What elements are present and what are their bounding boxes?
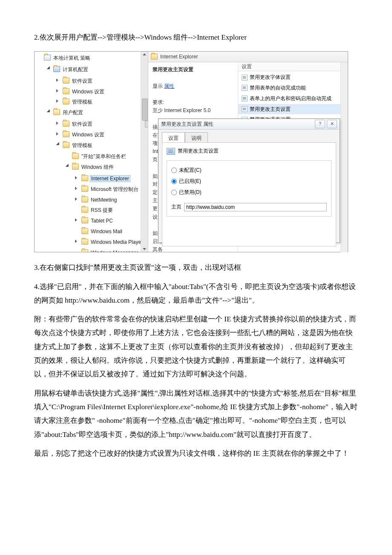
list-item[interactable]: 表单上的用户名和密码启用自动完成 (238, 93, 348, 104)
folder-icon (81, 249, 88, 252)
step-3-text: 3.在右侧窗口找到"禁用更改主页设置"这一项，双击，出现对话框 (34, 261, 358, 275)
tree-item[interactable]: Windows Mail (75, 226, 148, 237)
expand-icon[interactable] (56, 78, 58, 82)
computer-icon (53, 66, 60, 72)
user-icon (53, 109, 60, 115)
folder-icon (72, 164, 79, 170)
gpedit-screenshot: 本地计算机 策略 计算机配置 软件设置 Windows 设置 管理模板 用户配置… (34, 51, 348, 252)
expand-icon[interactable] (75, 218, 77, 222)
step-2-text: 2.依次展开用户配置-->管理模块-->Windows 组件-->Interne… (34, 31, 358, 44)
setting-icon (167, 148, 175, 155)
scroll-up-icon[interactable] (143, 53, 146, 55)
fix-text: 用鼠标右键单击该快捷方式,选择"属性",弹出属性对话框,选择其中的"快捷方式"标… (34, 387, 358, 442)
tree-item[interactable]: 软件设置 (56, 75, 148, 86)
folder-icon (81, 186, 88, 192)
tree-computer-config[interactable]: 计算机配置 软件设置 Windows 设置 管理模板 (46, 64, 148, 107)
properties-link[interactable]: 属性 (164, 83, 174, 89)
expand-icon[interactable] (47, 66, 52, 71)
tree-item[interactable]: Windows Media Player (75, 237, 148, 247)
help-button[interactable]: ? (315, 120, 325, 128)
tab-settings[interactable]: 设置 (162, 132, 185, 142)
right-header: Internet Explorer (148, 52, 348, 62)
folder-icon (63, 131, 69, 137)
folder-icon (151, 54, 158, 60)
tree-item[interactable]: Tablet PC (75, 215, 148, 226)
policy-title: 禁用更改主页设置 (153, 66, 233, 74)
tree-item[interactable]: Windows Messenger (75, 247, 148, 252)
dialog-tabs: 设置 说明 (159, 130, 340, 142)
tab-explain[interactable]: 说明 (185, 132, 208, 142)
appendix-text: 附：有些带广告的软件常常会在你的快速启动栏里创建一个 IE 快捷方式替换掉你以前… (34, 312, 358, 381)
column-header[interactable]: 设置 (238, 62, 348, 71)
folder-icon (81, 228, 88, 234)
list-item-homepage[interactable]: 禁用更改主页设置 (238, 104, 348, 115)
folder-icon (81, 197, 88, 202)
tree-root[interactable]: 本地计算机 策略 计算机配置 软件设置 Windows 设置 管理模板 用户配置… (37, 52, 148, 252)
setting-icon (242, 75, 248, 81)
tree-item[interactable]: Microsoft 管理控制台 (75, 184, 148, 194)
expand-icon[interactable] (56, 132, 58, 136)
folder-icon (63, 88, 69, 94)
expand-icon[interactable] (56, 99, 58, 103)
scroll-down-icon[interactable] (143, 248, 146, 250)
homepage-label: 主页 (171, 202, 182, 212)
expand-icon[interactable] (66, 164, 70, 168)
tree-windows-components[interactable]: Windows 组件 Internet Explorer Microsoft 管… (65, 162, 148, 252)
expand-icon[interactable] (56, 121, 58, 125)
homepage-input[interactable] (184, 203, 327, 211)
setting-icon (242, 106, 248, 112)
folder-icon (81, 175, 88, 181)
splitter-grip[interactable] (145, 121, 148, 127)
radio-disabled[interactable]: 已禁用(D) (171, 188, 327, 197)
dialog-title: 禁用更改主页设置 属性 (161, 119, 213, 129)
radio-enabled[interactable]: 已启用(E) (171, 176, 327, 186)
setting-icon (242, 95, 248, 101)
folder-icon (72, 153, 79, 159)
expand-icon[interactable] (75, 240, 77, 243)
tree-item[interactable]: RSS 提要 (75, 205, 148, 215)
state-fieldset: 未配置(C) 已启用(E) 已禁用(D) 主页 (167, 160, 331, 217)
expand-icon[interactable] (75, 176, 77, 179)
expand-icon[interactable] (75, 187, 77, 190)
policy-icon (44, 55, 51, 61)
radio-not-configured[interactable]: 未配置(C) (171, 165, 327, 175)
folder-icon (63, 98, 69, 104)
dialog-heading: 禁用更改主页设置 (178, 146, 219, 156)
tree-item[interactable]: Windows 设置 (56, 86, 148, 97)
expand-icon[interactable] (56, 142, 61, 147)
folder-icon (63, 121, 69, 127)
tree-item[interactable]: 管理模板 (56, 96, 148, 107)
tree-item[interactable]: "开始"菜单和任务栏 (65, 151, 148, 162)
tree-scrollbar[interactable] (141, 52, 148, 252)
tree-internet-explorer[interactable]: Internet Explorer (75, 173, 148, 184)
list-item[interactable]: 禁用表单的自动完成功能 (238, 83, 348, 93)
expand-icon[interactable] (75, 197, 77, 201)
folder-icon (81, 207, 88, 213)
folder-icon (63, 142, 69, 148)
list-scrollbar[interactable] (340, 62, 348, 252)
folder-icon (81, 217, 88, 223)
dialog-titlebar[interactable]: 禁用更改主页设置 属性 ? ✕ (159, 119, 340, 130)
close-button[interactable]: ✕ (327, 120, 337, 128)
expand-icon[interactable] (56, 89, 58, 92)
expand-icon[interactable] (47, 109, 52, 114)
tree-item[interactable]: NetMeeting (75, 194, 148, 205)
list-item[interactable]: 禁用更改字体设置 (238, 72, 348, 83)
tree-user-config[interactable]: 用户配置 软件设置 Windows 设置 管理模板 "开始"菜单和任务栏 Win… (46, 107, 148, 252)
dialog-body: 禁用更改主页设置 未配置(C) 已启用(E) 已禁用(D) 主页 (162, 142, 336, 246)
step-4-text: 4.选择"已启用"，并在下面的输入框中输入"about:Tabs"(不含引号，即… (34, 280, 358, 308)
folder-icon (81, 239, 88, 245)
tree-item[interactable]: Windows 设置 (56, 129, 148, 140)
properties-dialog: 禁用更改主页设置 属性 ? ✕ 设置 说明 禁用更改主页设置 未配置(C) 已启… (158, 119, 340, 243)
policy-tree: 本地计算机 策略 计算机配置 软件设置 Windows 设置 管理模板 用户配置… (35, 52, 148, 252)
setting-icon (242, 85, 248, 91)
last-text: 最后，别忘了把这个已改好的快捷方式设置为只读文件哦，这样你的 IE 主页就在你的… (34, 447, 358, 460)
tree-admin-templates[interactable]: 管理模板 "开始"菜单和任务栏 Windows 组件 Internet Expl… (56, 140, 148, 252)
folder-icon (63, 78, 69, 84)
tree-item[interactable]: 软件设置 (56, 119, 148, 129)
